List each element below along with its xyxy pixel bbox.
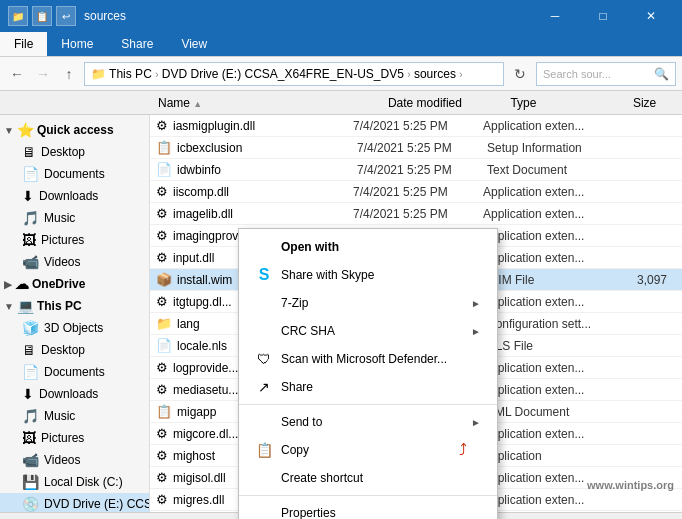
sidebar-item-videos[interactable]: 📹 Videos xyxy=(0,251,149,273)
sidebar-item-documents-pc[interactable]: 📄 Documents xyxy=(0,361,149,383)
sidebar-item-3dobjects[interactable]: 🧊 3D Objects xyxy=(0,317,149,339)
address-path[interactable]: 📁 This PC › DVD Drive (E:) CCSA_X64FRE_E… xyxy=(84,62,504,86)
sidebar-item-dvd-drive[interactable]: 💿 DVD Drive (E:) CCSA xyxy=(0,493,149,512)
menu-separator xyxy=(239,495,497,496)
videos-pc-icon: 📹 xyxy=(22,452,39,468)
menu-item-label: Share with Skype xyxy=(281,268,374,282)
cursor-arrow: ⤴ xyxy=(459,441,467,459)
window-controls[interactable]: ─ □ ✕ xyxy=(532,0,674,32)
quick-access-icon2[interactable]: 📋 xyxy=(32,6,52,26)
col-header-size[interactable]: Size xyxy=(625,96,682,110)
context-menu-item[interactable]: Create shortcut xyxy=(239,464,497,492)
sidebar-item-music[interactable]: 🎵 Music xyxy=(0,207,149,229)
context-menu-item[interactable]: CRC SHA► xyxy=(239,317,497,345)
menu-item-label: Scan with Microsoft Defender... xyxy=(281,352,447,366)
menu-item-label: Send to xyxy=(281,415,322,429)
context-menu-item[interactable]: 📋Copy⤴ xyxy=(239,436,497,464)
file-date: 7/4/2021 5:25 PM xyxy=(357,141,487,155)
menu-icon-empty xyxy=(255,294,273,312)
sidebar-item-pictures-pc[interactable]: 🖼 Pictures xyxy=(0,427,149,449)
close-button[interactable]: ✕ xyxy=(628,0,674,32)
col-header-date[interactable]: Date modified xyxy=(380,96,502,110)
context-menu-item[interactable]: Properties xyxy=(239,499,497,519)
file-row[interactable]: 📋 icbexclusion 7/4/2021 5:25 PM Setup In… xyxy=(150,137,682,159)
file-row[interactable]: 📄 idwbinfo 7/4/2021 5:25 PM Text Documen… xyxy=(150,159,682,181)
file-icon: 📁 xyxy=(156,316,172,331)
sidebar: ▼ ⭐ Quick access 🖥 Desktop 📄 Documents ⬇… xyxy=(0,115,150,512)
minimize-button[interactable]: ─ xyxy=(532,0,578,32)
back-button[interactable]: ← xyxy=(6,63,28,85)
context-menu-item[interactable]: 🛡Scan with Microsoft Defender... xyxy=(239,345,497,373)
expand-arrow-this-pc: ▼ xyxy=(4,301,14,312)
tab-file[interactable]: File xyxy=(0,32,47,56)
file-name: imagelib.dll xyxy=(173,207,353,221)
menu-icon: 📋 xyxy=(255,441,273,459)
context-menu: Open withSShare with Skype7-Zip►CRC SHA►… xyxy=(238,228,498,519)
file-date: 7/4/2021 5:25 PM xyxy=(353,207,483,221)
videos-icon: 📹 xyxy=(22,254,39,270)
context-menu-item[interactable]: 7-Zip► xyxy=(239,289,497,317)
menu-item-label: Create shortcut xyxy=(281,471,363,485)
this-pc-icon: 💻 xyxy=(17,298,34,314)
file-icon: ⚙ xyxy=(156,492,168,507)
context-menu-item[interactable]: Send to► xyxy=(239,408,497,436)
sidebar-section-onedrive[interactable]: ▶ ☁ OneDrive xyxy=(0,273,149,295)
title-bar-quick-access[interactable]: 📁 📋 ↩ xyxy=(8,6,76,26)
file-type: Application xyxy=(483,449,613,463)
pictures-icon: 🖼 xyxy=(22,232,36,248)
file-row[interactable]: ⚙ iasmigplugin.dll 7/4/2021 5:25 PM Appl… xyxy=(150,115,682,137)
file-type: Configuration sett... xyxy=(487,317,617,331)
sidebar-section-this-pc[interactable]: ▼ 💻 This PC xyxy=(0,295,149,317)
sidebar-item-music-pc[interactable]: 🎵 Music xyxy=(0,405,149,427)
menu-separator xyxy=(239,404,497,405)
3dobjects-icon: 🧊 xyxy=(22,320,39,336)
file-row[interactable]: ⚙ imagelib.dll 7/4/2021 5:25 PM Applicat… xyxy=(150,203,682,225)
tab-share[interactable]: Share xyxy=(107,32,167,56)
menu-icon: 🛡 xyxy=(255,350,273,368)
sidebar-item-desktop-pc[interactable]: 🖥 Desktop xyxy=(0,339,149,361)
file-icon: ⚙ xyxy=(156,118,168,133)
search-box[interactable]: Search sour... 🔍 xyxy=(536,62,676,86)
file-type: Application exten... xyxy=(483,185,613,199)
quick-access-icon3[interactable]: ↩ xyxy=(56,6,76,26)
onedrive-icon: ☁ xyxy=(15,276,29,292)
sidebar-item-documents[interactable]: 📄 Documents xyxy=(0,163,149,185)
context-menu-item[interactable]: SShare with Skype xyxy=(239,261,497,289)
file-size: 3,097 xyxy=(617,273,667,287)
file-type: Application exten... xyxy=(483,383,613,397)
menu-icon-empty xyxy=(255,413,273,431)
file-icon: ⚙ xyxy=(156,206,168,221)
file-name: icbexclusion xyxy=(177,141,357,155)
expand-arrow-onedrive: ▶ xyxy=(4,279,12,290)
forward-button[interactable]: → xyxy=(32,63,54,85)
file-row[interactable]: ⚙ iiscomp.dll 7/4/2021 5:25 PM Applicati… xyxy=(150,181,682,203)
col-header-name[interactable]: Name ▲ xyxy=(150,96,380,110)
sidebar-item-videos-pc[interactable]: 📹 Videos xyxy=(0,449,149,471)
sidebar-item-local-disk[interactable]: 💾 Local Disk (C:) xyxy=(0,471,149,493)
file-type: Application exten... xyxy=(483,251,613,265)
col-header-type[interactable]: Type xyxy=(502,96,624,110)
refresh-button[interactable]: ↻ xyxy=(508,62,532,86)
dvd-drive-icon: 💿 xyxy=(22,496,39,512)
file-icon: 📄 xyxy=(156,338,172,353)
context-menu-item[interactable]: Open with xyxy=(239,233,497,261)
sidebar-item-desktop[interactable]: 🖥 Desktop xyxy=(0,141,149,163)
maximize-button[interactable]: □ xyxy=(580,0,626,32)
up-button[interactable]: ↑ xyxy=(58,63,80,85)
sort-arrow-name: ▲ xyxy=(193,99,202,109)
quick-access-icon1[interactable]: 📁 xyxy=(8,6,28,26)
tab-home[interactable]: Home xyxy=(47,32,107,56)
context-menu-item[interactable]: ↗Share xyxy=(239,373,497,401)
sidebar-item-pictures[interactable]: 🖼 Pictures xyxy=(0,229,149,251)
file-icon: 📋 xyxy=(156,404,172,419)
file-icon: ⚙ xyxy=(156,470,168,485)
tab-view[interactable]: View xyxy=(167,32,221,56)
expand-arrow-quick-access: ▼ xyxy=(4,125,14,136)
downloads-icon: ⬇ xyxy=(22,188,34,204)
menu-icon-empty xyxy=(255,238,273,256)
submenu-arrow: ► xyxy=(471,326,481,337)
documents-pc-icon: 📄 xyxy=(22,364,39,380)
sidebar-item-downloads-pc[interactable]: ⬇ Downloads xyxy=(0,383,149,405)
sidebar-item-downloads[interactable]: ⬇ Downloads xyxy=(0,185,149,207)
sidebar-section-quick-access[interactable]: ▼ ⭐ Quick access xyxy=(0,119,149,141)
